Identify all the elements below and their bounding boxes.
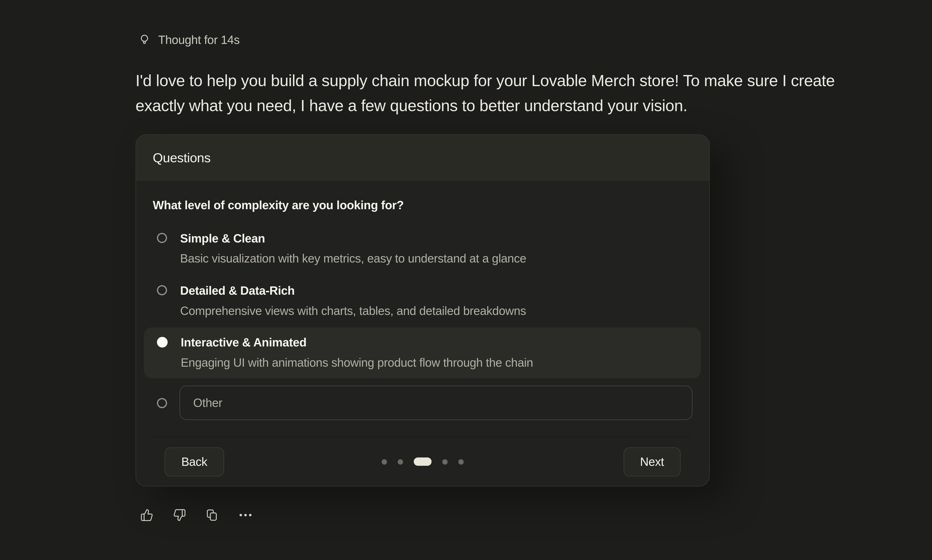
thought-label: Thought for 14s xyxy=(158,33,240,47)
copy-button[interactable] xyxy=(206,508,219,522)
pagination-dot xyxy=(442,459,448,464)
option-interactive-animated[interactable]: Interactive & Animated Engaging UI with … xyxy=(144,327,701,378)
option-label: Interactive & Animated xyxy=(180,335,533,349)
pagination-dot xyxy=(398,459,403,464)
card-footer: Back Next xyxy=(153,437,692,486)
back-button[interactable]: Back xyxy=(165,447,224,476)
question-title: What level of complexity are you looking… xyxy=(153,198,692,212)
thumbs-down-icon xyxy=(173,508,186,522)
option-label: Simple & Clean xyxy=(180,231,526,246)
option-simple-clean[interactable]: Simple & Clean Basic visualization with … xyxy=(153,231,692,266)
message-actions xyxy=(140,508,835,522)
option-description: Basic visualization with key metrics, ea… xyxy=(180,251,526,266)
pagination-dots xyxy=(382,457,464,466)
option-detailed-data-rich[interactable]: Detailed & Data-Rich Comprehensive views… xyxy=(153,283,692,318)
radio-unselected-icon[interactable] xyxy=(157,398,167,408)
thumbs-up-icon xyxy=(140,508,153,522)
thumbs-down-button[interactable] xyxy=(173,508,186,522)
message-line: exactly what you need, I have a few ques… xyxy=(136,93,835,118)
card-body: What level of complexity are you looking… xyxy=(136,182,709,486)
other-input[interactable] xyxy=(180,386,693,420)
card-header: Questions xyxy=(136,135,709,182)
thumbs-up-button[interactable] xyxy=(140,508,153,522)
pagination-dot-active xyxy=(414,457,431,466)
radio-unselected-icon[interactable] xyxy=(157,285,167,295)
card-title: Questions xyxy=(153,150,211,166)
lightbulb-icon xyxy=(139,32,151,47)
option-description: Comprehensive views with charts, tables,… xyxy=(180,304,526,318)
copy-icon xyxy=(206,508,219,522)
option-description: Engaging UI with animations showing prod… xyxy=(180,355,533,370)
pagination-dot xyxy=(458,459,464,464)
assistant-message: I'd love to help you build a supply chai… xyxy=(136,68,835,118)
thought-toggle[interactable]: Thought for 14s xyxy=(139,32,835,47)
pagination-dot xyxy=(382,459,387,464)
assistant-turn: Thought for 14s I'd love to help you bui… xyxy=(136,32,835,522)
next-button[interactable]: Next xyxy=(624,447,681,476)
questions-card: Questions What level of complexity are y… xyxy=(136,134,710,486)
chat-panel: Thought for 14s I'd love to help you bui… xyxy=(0,0,932,560)
more-options-icon xyxy=(238,508,253,522)
more-options-button[interactable] xyxy=(238,508,253,522)
option-other[interactable] xyxy=(153,386,692,420)
radio-unselected-icon[interactable] xyxy=(157,233,167,243)
radio-selected-icon[interactable] xyxy=(157,337,168,348)
message-line: I'd love to help you build a supply chai… xyxy=(136,68,835,93)
option-label: Detailed & Data-Rich xyxy=(180,283,526,298)
